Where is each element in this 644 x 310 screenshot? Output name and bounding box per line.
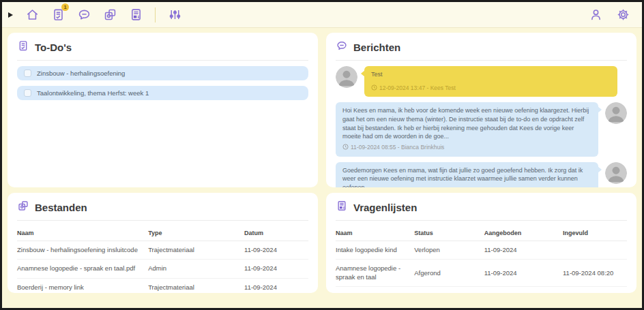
file-name: Zinsbouw - herhalingsoefening insluitcod… bbox=[17, 241, 148, 260]
questionnaire-offered: 11-09-2024 bbox=[484, 260, 563, 287]
message-bubble: Goedemorgen Kees en mama, wat fijn dat j… bbox=[336, 162, 598, 187]
questionnaire-row[interactable]: Intake logopedie kind Verlopen 11-09-202… bbox=[336, 241, 627, 260]
column-header: Datum bbox=[244, 226, 308, 241]
questionnaires-table: Naam Status Aangeboden Ingevuld Intake l… bbox=[336, 226, 627, 287]
questionnaire-row[interactable]: Anamnese logopedie - spraak en taal Afge… bbox=[336, 260, 627, 287]
todo-item[interactable]: Taalontwikkeling, thema Herfst: week 1 bbox=[17, 86, 308, 100]
panel-messages-header: Berichten bbox=[336, 40, 627, 61]
file-row[interactable]: Anamnese logopedie - spraak en taal.pdf … bbox=[17, 260, 308, 278]
column-header: Naam bbox=[336, 226, 414, 241]
file-row[interactable]: Boerderij - memory link Trajectmateriaal… bbox=[17, 278, 308, 293]
panel-todos-header: To-Do's bbox=[17, 40, 308, 61]
panel-files-header: Bestanden bbox=[17, 200, 308, 221]
message-item: Test 12-09-2024 13:47 - Kees Test bbox=[336, 66, 627, 97]
dashboard-grid: To-Do's Zinsbouw - herhalingsoefening Ta… bbox=[2, 28, 642, 308]
gear-icon bbox=[616, 7, 630, 22]
avatar bbox=[605, 102, 627, 124]
panel-title: To-Do's bbox=[35, 42, 72, 53]
clock-icon bbox=[342, 144, 349, 153]
file-stack-icon bbox=[103, 7, 117, 22]
toolbar-divider bbox=[155, 7, 156, 22]
panel-title: Berichten bbox=[353, 42, 400, 53]
file-date: 11-09-2024 bbox=[244, 278, 308, 293]
message-text: Hoi Kees en mama, ik heb voor de komende… bbox=[342, 106, 591, 140]
toolbar-item-filters[interactable] bbox=[166, 7, 183, 23]
panel-title: Bestanden bbox=[35, 202, 87, 213]
file-name: Boerderij - memory link bbox=[17, 278, 148, 293]
toolbar-item-profile[interactable] bbox=[587, 7, 604, 23]
column-header: Status bbox=[414, 226, 484, 241]
column-header: Type bbox=[148, 226, 244, 241]
toolbar-item-questionnaires[interactable] bbox=[128, 7, 144, 23]
file-date: 11-09-2024 bbox=[244, 241, 308, 260]
file-type: Trajectmateriaal bbox=[148, 278, 244, 293]
panel-todos: To-Do's Zinsbouw - herhalingsoefening Ta… bbox=[8, 33, 318, 187]
column-header: Ingevuld bbox=[563, 226, 627, 241]
message-text: Goedemorgen Kees en mama, wat fijn dat j… bbox=[342, 166, 591, 187]
toolbar-item-messages[interactable] bbox=[76, 7, 92, 23]
top-toolbar: 1 bbox=[2, 2, 642, 28]
form-card-icon bbox=[336, 200, 348, 215]
file-stack-icon bbox=[17, 200, 29, 215]
questionnaire-status: Afgerond bbox=[414, 260, 484, 287]
avatar bbox=[336, 66, 357, 88]
message-item: Goedemorgen Kees en mama, wat fijn dat j… bbox=[336, 162, 627, 187]
person-icon bbox=[589, 7, 603, 22]
message-meta: 12-09-2024 13:47 - Kees Test bbox=[371, 84, 611, 93]
files-table: Naam Type Datum Zinsbouw - herhalingsoef… bbox=[17, 226, 308, 293]
message-bubble: Test 12-09-2024 13:47 - Kees Test bbox=[364, 66, 617, 97]
panel-questionnaires-header: Vragenlijsten bbox=[336, 200, 627, 221]
todo-checkbox[interactable] bbox=[24, 89, 31, 97]
todo-item-label: Zinsbouw - herhalingsoefening bbox=[37, 69, 125, 77]
toolbar-item-home[interactable] bbox=[24, 7, 40, 23]
file-name: Anamnese logopedie - spraak en taal.pdf bbox=[17, 260, 148, 278]
message-item: Hoi Kees en mama, ik heb voor de komende… bbox=[336, 102, 627, 156]
file-date: 11-09-2024 bbox=[244, 260, 308, 278]
avatar bbox=[605, 162, 627, 184]
todo-checkbox[interactable] bbox=[24, 69, 31, 77]
todo-item[interactable]: Zinsbouw - herhalingsoefening bbox=[17, 66, 308, 80]
file-type: Admin bbox=[148, 260, 244, 278]
questionnaire-status: Verlopen bbox=[414, 241, 484, 260]
questionnaire-offered: 11-09-2024 bbox=[484, 241, 563, 260]
message-meta: 11-09-2024 08:55 - Bianca Brinkhuis bbox=[342, 144, 591, 153]
questionnaire-name: Anamnese logopedie - spraak en taal bbox=[336, 260, 414, 287]
clipboard-check-icon bbox=[17, 40, 29, 55]
todo-item-label: Taalontwikkeling, thema Herfst: week 1 bbox=[37, 89, 149, 97]
column-header: Naam bbox=[17, 226, 148, 241]
panel-title: Vragenlijsten bbox=[353, 202, 417, 213]
column-header: Aangeboden bbox=[484, 226, 563, 241]
questionnaire-name: Intake logopedie kind bbox=[336, 241, 414, 260]
app-frame: 1 bbox=[0, 0, 644, 310]
questionnaire-filled: 11-09-2024 08:20 bbox=[563, 260, 627, 287]
clock-icon bbox=[371, 84, 377, 93]
sidebar-expand-icon[interactable] bbox=[6, 7, 14, 23]
toolbar-item-todos[interactable]: 1 bbox=[50, 7, 66, 23]
home-icon bbox=[25, 7, 40, 22]
file-type: Trajectmateriaal bbox=[148, 241, 244, 260]
panel-questionnaires: Vragenlijsten Naam Status Aangeboden Ing… bbox=[326, 193, 636, 293]
panel-files: Bestanden Naam Type Datum Zinsbouw - her… bbox=[8, 193, 318, 293]
todo-count-badge: 1 bbox=[61, 3, 69, 11]
file-row[interactable]: Zinsbouw - herhalingsoefening insluitcod… bbox=[17, 241, 308, 260]
message-text: Test bbox=[371, 70, 611, 79]
toolbar-right-group bbox=[587, 7, 631, 23]
speech-bubble-icon bbox=[336, 40, 348, 55]
questionnaire-filled bbox=[563, 241, 627, 260]
message-bubble: Hoi Kees en mama, ik heb voor de komende… bbox=[336, 102, 598, 156]
toolbar-item-settings[interactable] bbox=[615, 7, 631, 23]
speech-bubble-icon bbox=[77, 7, 91, 22]
panel-messages: Berichten Test 12-09-2024 13:47 - Kees T… bbox=[326, 33, 636, 187]
toolbar-item-files[interactable] bbox=[102, 7, 118, 23]
form-card-icon bbox=[129, 7, 143, 22]
sliders-icon bbox=[168, 7, 182, 22]
